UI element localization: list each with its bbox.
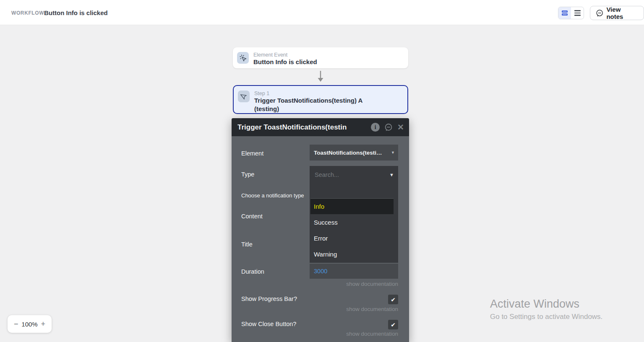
view-mode-segmented-control [558, 7, 584, 19]
view-notes-label: View notes [606, 6, 638, 20]
type-option-warning[interactable]: Warning [310, 246, 398, 262]
windows-activation-watermark: Activate Windows Go to Settings to activ… [490, 298, 602, 321]
chevron-down-icon: ▼ [389, 172, 394, 177]
chevron-down-icon: ▼ [391, 150, 395, 155]
top-bar: WORKFLOW: Button Info is clicked View no… [0, 0, 644, 25]
type-option-success[interactable]: Success [310, 214, 398, 230]
progress-bar-label: Show Progress Bar? [241, 295, 297, 302]
check-icon: ✔ [391, 296, 396, 303]
type-search-placeholder: Search... [315, 171, 389, 178]
cursor-arrow-icon [239, 92, 248, 101]
action-property-panel: Trigger ToastNotifications(testin i ✕ El… [232, 118, 409, 342]
panel-header[interactable]: Trigger ToastNotifications(testin i ✕ [232, 118, 409, 136]
title-field-label: Title [241, 241, 253, 248]
show-documentation-link-progress[interactable]: show documentation [346, 306, 398, 312]
type-options-list: Info Success Error Warning [310, 198, 398, 262]
type-search-box[interactable]: Search... ▼ [310, 166, 398, 184]
duration-field-label: Duration [241, 268, 264, 275]
watermark-line2: Go to Settings to activate Windows. [490, 313, 602, 321]
zoom-control: − 100% + [8, 315, 52, 333]
element-field-label: Element [241, 150, 263, 157]
zoom-level: 100% [21, 321, 37, 328]
event-node-kind: Element Event [253, 52, 317, 58]
element-event-icon-box [237, 52, 249, 64]
step-node-selected[interactable]: Step 1 Trigger ToastNotifications(testin… [233, 85, 408, 114]
cursor-click-icon [239, 54, 247, 62]
duration-input[interactable]: 3000 [310, 264, 398, 279]
connector-arrow-icon [317, 70, 324, 83]
close-button-label: Show Close Button? [241, 321, 296, 327]
zoom-out-button[interactable]: − [14, 320, 18, 328]
duration-value: 3000 [314, 268, 327, 275]
list-view-button[interactable] [571, 7, 584, 19]
comment-icon[interactable] [384, 123, 393, 132]
view-notes-button[interactable]: View notes [590, 6, 644, 20]
type-option-info[interactable]: Info [310, 198, 394, 214]
type-option-error[interactable]: Error [310, 230, 398, 246]
event-node[interactable]: Element Event Button Info is clicked [233, 47, 408, 68]
event-node-title: Button Info is clicked [253, 58, 317, 66]
show-documentation-link-duration[interactable]: show documentation [346, 281, 398, 287]
close-icon[interactable]: ✕ [397, 123, 404, 131]
type-field-label: Type [241, 171, 254, 178]
step-icon-box [238, 91, 250, 102]
zoom-in-button[interactable]: + [41, 320, 45, 328]
element-dropdown[interactable]: ToastNotifications(testi… ▼ [310, 145, 398, 161]
element-dropdown-value: ToastNotifications(testi… [314, 150, 391, 156]
show-documentation-link-close[interactable]: show documentation [346, 331, 398, 337]
type-dropdown-open: Search... ▼ Info Success Error Warning [310, 166, 398, 263]
note-bubble-icon [596, 9, 603, 17]
check-icon: ✔ [391, 321, 396, 328]
info-icon[interactable]: i [371, 123, 380, 132]
workflow-title: Button Info is clicked [44, 9, 108, 16]
watermark-line1: Activate Windows [490, 298, 602, 311]
close-button-checkbox[interactable]: ✔ [388, 320, 398, 329]
content-field-label: Content [241, 213, 263, 220]
card-view-button[interactable] [558, 7, 571, 19]
progress-bar-checkbox[interactable]: ✔ [388, 295, 398, 304]
list-view-icon [574, 10, 581, 16]
card-view-icon [562, 10, 568, 16]
choose-type-label: Choose a notification type [241, 192, 304, 199]
workflow-label: WORKFLOW: [11, 10, 46, 16]
step-node-title: Trigger ToastNotifications(testing) A (t… [254, 96, 380, 113]
panel-title: Trigger ToastNotifications(testin [237, 123, 368, 132]
step-node-kind: Step 1 [254, 91, 380, 96]
